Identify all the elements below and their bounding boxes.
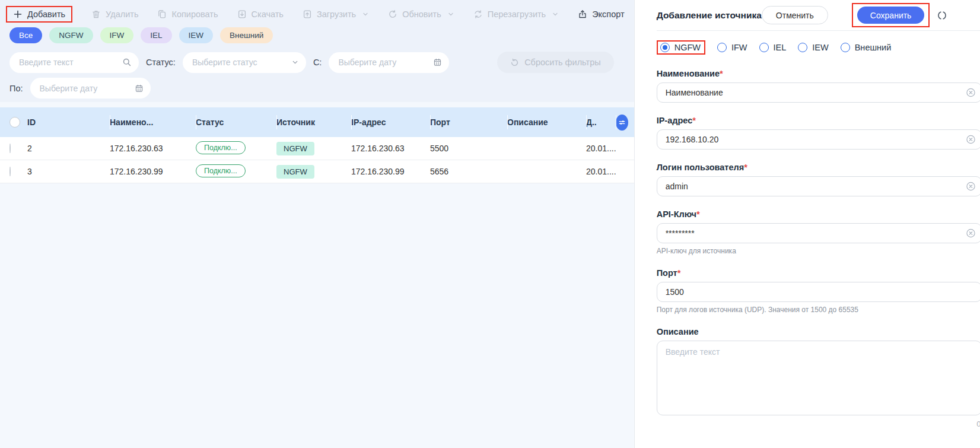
radio-ngfw-label: NGFW <box>674 43 701 52</box>
source-type-filter-chips: Все NGFW IFW IEL IEW Внешний <box>0 26 634 48</box>
export-icon <box>578 9 587 19</box>
chip-all[interactable]: Все <box>9 27 42 43</box>
filter-row-2: По: <box>0 75 634 101</box>
chip-external[interactable]: Внешний <box>220 27 273 43</box>
select-all-checkbox[interactable] <box>9 117 20 128</box>
login-field-label: Логин пользователя* <box>657 163 980 172</box>
radio-ifw[interactable]: IFW <box>717 43 747 52</box>
sliders-icon <box>618 118 626 127</box>
chip-ngfw[interactable]: NGFW <box>49 27 93 43</box>
status-badge: Подклю... <box>196 141 246 154</box>
annotation-box-add: Добавить <box>6 6 72 23</box>
clear-icon[interactable] <box>966 88 976 98</box>
clear-icon[interactable] <box>966 228 976 239</box>
field-port: Порт* Порт для логов источника (UDP). Зн… <box>657 268 980 314</box>
cell-port: 5656 <box>430 167 507 176</box>
required-mark: * <box>692 116 696 125</box>
upload-button[interactable]: Загрузить <box>303 9 369 19</box>
download-button[interactable]: Скачать <box>237 9 284 19</box>
row-checkbox[interactable] <box>9 167 11 176</box>
search-icon <box>122 58 132 67</box>
annotation-box-ngfw: NGFW <box>657 40 705 55</box>
column-header-source[interactable]: Источник <box>276 107 351 137</box>
status-select[interactable] <box>183 52 306 73</box>
search-input[interactable] <box>9 52 139 73</box>
field-description: Описание 0 <box>657 327 980 428</box>
port-input[interactable] <box>657 282 980 302</box>
radio-iel[interactable]: IEL <box>759 43 787 52</box>
export-button-label: Экспорт <box>592 9 624 19</box>
ip-input[interactable] <box>657 129 980 150</box>
column-header-date[interactable]: Д.. <box>586 107 616 137</box>
fullscreen-icon <box>937 10 947 21</box>
radio-icon <box>798 43 807 52</box>
table-row[interactable]: 2 172.16.230.63 Подклю... NGFW 172.16.23… <box>0 137 634 160</box>
login-input[interactable] <box>657 176 980 196</box>
chip-iew[interactable]: IEW <box>179 27 214 43</box>
ip-field-label: IP-адрес* <box>657 116 980 125</box>
reload-button[interactable]: Перезагрузить <box>473 9 559 19</box>
delete-button[interactable]: Удалить <box>91 9 138 19</box>
column-header-port[interactable]: Порт <box>430 107 507 137</box>
sources-list-section: Добавить Удалить Копировать <box>0 0 634 448</box>
delete-button-label: Удалить <box>106 9 138 19</box>
radio-external-label: Внешний <box>855 43 892 52</box>
status-select-value[interactable] <box>183 52 306 73</box>
name-input[interactable] <box>657 82 980 103</box>
description-textarea[interactable] <box>657 341 980 415</box>
table-empty-area <box>0 183 634 448</box>
column-header-id[interactable]: ID <box>27 107 110 137</box>
row-checkbox[interactable] <box>9 144 11 153</box>
name-field-label: Наименование* <box>657 69 980 78</box>
column-header-name[interactable]: Наимено... <box>110 107 196 137</box>
radio-ngfw[interactable]: NGFW <box>660 43 701 52</box>
radio-icon <box>841 43 850 52</box>
date-from-picker[interactable] <box>329 52 449 73</box>
refresh-button-label: Обновить <box>402 9 441 19</box>
cell-date: 20.01.... <box>586 167 616 176</box>
cell-id: 3 <box>27 167 110 176</box>
radio-iew[interactable]: IEW <box>798 43 828 52</box>
add-button[interactable]: Добавить <box>13 9 65 19</box>
api-key-input[interactable] <box>657 223 980 243</box>
column-header-ip[interactable]: IP-адрес <box>351 107 430 137</box>
chip-iel[interactable]: IEL <box>141 27 171 43</box>
clear-icon[interactable] <box>966 182 976 192</box>
field-api-key: API-Ключ* API-ключ для источника <box>657 209 980 255</box>
reset-icon <box>510 58 519 67</box>
upload-button-label: Загрузить <box>317 9 356 19</box>
description-field-label: Описание <box>657 327 980 336</box>
save-button[interactable]: Сохранить <box>857 7 925 24</box>
source-badge: NGFW <box>276 165 314 179</box>
column-header-status[interactable]: Статус <box>196 107 276 137</box>
panel-title: Добавление источника <box>657 10 762 21</box>
column-header-description[interactable]: Описание <box>507 107 586 137</box>
copy-button[interactable]: Копировать <box>157 9 218 19</box>
reset-filters-button[interactable]: Сбросить фильтры <box>497 52 614 73</box>
toolbar: Добавить Удалить Копировать <box>0 0 634 26</box>
copy-icon <box>157 9 167 19</box>
required-mark: * <box>677 268 681 278</box>
chip-ifw[interactable]: IFW <box>100 27 134 43</box>
fullscreen-button[interactable] <box>937 10 947 21</box>
radio-external[interactable]: Внешний <box>841 43 892 52</box>
cancel-button[interactable]: Отменить <box>762 6 828 24</box>
table-settings-button[interactable] <box>616 115 628 131</box>
date-to-picker[interactable] <box>30 78 151 99</box>
table-header: ID Наимено... Статус Источник IP-адрес П… <box>0 107 634 137</box>
date-from-value[interactable] <box>329 52 449 73</box>
calendar-icon <box>433 58 442 67</box>
clear-icon[interactable] <box>966 135 976 145</box>
required-mark: * <box>696 209 700 219</box>
date-to-value[interactable] <box>30 78 151 99</box>
reload-icon <box>473 9 483 19</box>
chevron-down-icon <box>362 11 369 18</box>
download-icon <box>237 9 247 19</box>
api-key-field-label: API-Ключ* <box>657 209 980 219</box>
cell-name: 172.16.230.99 <box>110 167 196 176</box>
character-counter: 0 <box>657 420 980 428</box>
table-row[interactable]: 3 172.16.230.99 Подклю... NGFW 172.16.23… <box>0 160 634 183</box>
export-button[interactable]: Экспорт <box>578 9 624 19</box>
refresh-button[interactable]: Обновить <box>388 9 454 19</box>
cell-ip: 172.16.230.99 <box>351 167 430 176</box>
